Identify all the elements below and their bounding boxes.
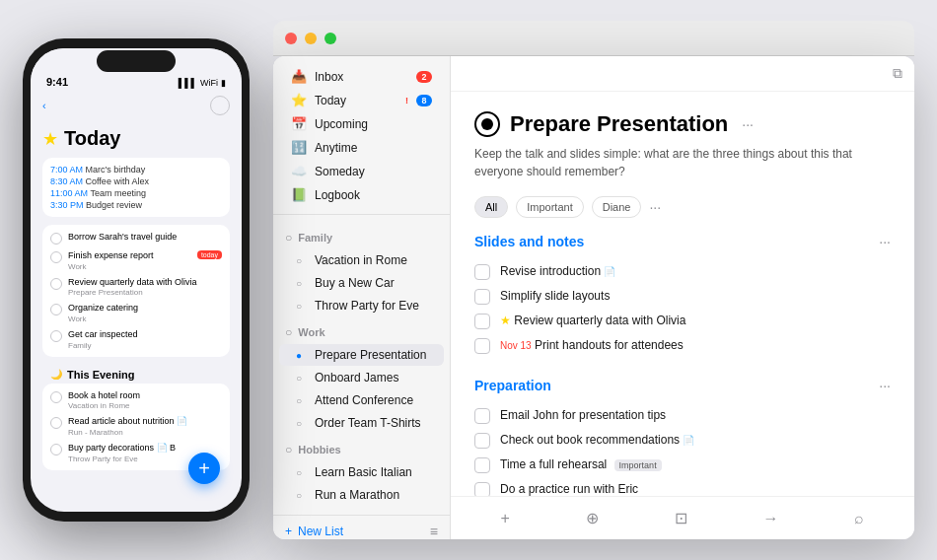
toolbar-checklist-button[interactable]: ⊕	[578, 505, 607, 531]
checklist-item[interactable]: Nov 13 Print handouts for attendees	[474, 333, 891, 358]
sidebar-item-label: Vacation in Rome	[315, 253, 432, 267]
car-icon: ○	[291, 278, 307, 289]
plus-icon: +	[285, 525, 292, 538]
checklist-item[interactable]: ★ Review quarterly data with Olivia	[474, 309, 891, 333]
task-checkbox[interactable]	[50, 278, 62, 290]
task-item[interactable]: Review quarterly data with Olivia Prepar…	[42, 274, 230, 301]
task-checkbox[interactable]	[50, 330, 62, 342]
checklist-item[interactable]: Revise introduction 📄	[474, 259, 891, 284]
sidebar-item-basic-italian[interactable]: ○ Learn Basic Italian	[279, 461, 444, 483]
today-task-section: Borrow Sarah's travel guide Finish expen…	[42, 225, 230, 357]
new-list-button[interactable]: + New List ≡	[285, 524, 438, 539]
sidebar-item-inbox[interactable]: 📥 Inbox 2	[279, 65, 444, 88]
task-item[interactable]: Get car inspected Family	[42, 326, 230, 353]
sidebar-item-buy-car[interactable]: ○ Buy a New Car	[279, 272, 444, 294]
phone-back-button[interactable]: ‹	[42, 100, 46, 111]
sidebar-item-prepare-presentation[interactable]: ● Prepare Presentation	[279, 344, 444, 366]
toolbar-arrow-button[interactable]: →	[756, 506, 787, 531]
important-tag: Important	[614, 459, 662, 471]
task-circle-icon[interactable]	[474, 111, 500, 137]
sidebar-footer: + New List ≡	[273, 515, 450, 539]
doc-icon: 📄	[604, 266, 615, 277]
minimize-button[interactable]	[305, 33, 317, 44]
evening-label: This Evening	[67, 369, 134, 381]
toolbar-add-button[interactable]: +	[492, 506, 517, 531]
task-checkbox[interactable]	[50, 391, 62, 403]
task-sub: Family	[68, 341, 138, 350]
task-text-block: Get car inspected Family	[68, 329, 138, 350]
detail-panel: ⧉ Prepare Presentation ··· Keep the talk…	[451, 56, 914, 539]
filter-icon[interactable]: ≡	[430, 524, 438, 539]
toolbar-search-button[interactable]: ⌕	[846, 506, 872, 531]
task-checkbox[interactable]	[50, 251, 62, 263]
checkbox[interactable]	[474, 289, 490, 305]
sidebar-item-onboard-james[interactable]: ○ Onboard James	[279, 367, 444, 388]
detail-more-button[interactable]: ···	[742, 116, 754, 132]
phone-screen: 9:41 ▌▌▌ WiFi ▮ ‹ ★ Today 7:0	[31, 48, 242, 512]
filter-important[interactable]: Important	[516, 196, 583, 218]
sidebar-item-label: Throw Party for Eve	[315, 299, 432, 313]
task-item[interactable]: Finish expense report Work today	[42, 247, 230, 274]
checkbox[interactable]	[474, 264, 490, 280]
checklist-item[interactable]: Check out book recommendations 📄	[474, 428, 891, 453]
app-window: 📥 Inbox 2 ⭐ Today ! 8 📅 Upcoming	[273, 56, 914, 539]
sidebar-item-someday[interactable]: ☁️ Someday	[279, 160, 444, 182]
close-button[interactable]	[285, 33, 297, 44]
cal-time: 7:00 AM	[50, 165, 86, 175]
checklist-item[interactable]: Email John for presentation tips	[474, 403, 891, 428]
task-item[interactable]: Book a hotel room Vacation in Rome	[42, 387, 230, 414]
cal-event-text: Coffee with Alex	[86, 176, 149, 186]
section-more-button[interactable]: ···	[879, 234, 891, 249]
task-item[interactable]: Read article about nutrition 📄 Run - Mar…	[42, 413, 230, 440]
task-item[interactable]: Organize catering Work	[42, 300, 230, 326]
task-checkbox[interactable]	[50, 233, 62, 245]
task-item[interactable]: Borrow Sarah's travel guide	[42, 229, 230, 247]
checklist-item[interactable]: Time a full rehearsal Important	[474, 453, 891, 477]
checkbox[interactable]	[474, 314, 490, 329]
task-checkbox[interactable]	[50, 444, 62, 455]
checklist-text: Time a full rehearsal Important	[500, 456, 891, 473]
tshirts-icon: ○	[291, 418, 307, 429]
checklist-section-header: Preparation ···	[474, 378, 891, 393]
checklist-item[interactable]: Simplify slide layouts	[474, 284, 891, 309]
task-name: Organize catering	[68, 303, 138, 315]
sidebar-item-today[interactable]: ⭐ Today ! 8	[279, 89, 444, 111]
checklist-item[interactable]: Do a practice run with Eric	[474, 477, 891, 496]
filter-all[interactable]: All	[474, 196, 508, 218]
checkbox[interactable]	[474, 338, 490, 354]
toolbar-calendar-button[interactable]: ⊡	[667, 505, 695, 531]
sidebar-item-label: Inbox	[315, 70, 408, 84]
sidebar: 📥 Inbox 2 ⭐ Today ! 8 📅 Upcoming	[273, 56, 451, 539]
fab-button[interactable]: +	[188, 453, 220, 484]
sidebar-item-vacation-rome[interactable]: ○ Vacation in Rome	[279, 249, 444, 271]
sidebar-item-logbook[interactable]: 📗 Logbook	[279, 183, 444, 206]
task-checkbox[interactable]	[50, 417, 62, 429]
section-more-button[interactable]: ···	[879, 378, 891, 393]
task-text-block: Organize catering Work	[68, 303, 138, 323]
checkbox[interactable]	[474, 433, 490, 449]
task-circle-inner	[481, 118, 493, 130]
today-badge: 8	[416, 95, 432, 106]
phone-check-button[interactable]	[210, 96, 230, 115]
sidebar-item-attend-conference[interactable]: ○ Attend Conference	[279, 389, 444, 411]
sidebar-section-label: Family	[298, 232, 332, 244]
work-section-icon: ○	[285, 325, 292, 339]
sidebar-item-order-tshirts[interactable]: ○ Order Team T-Shirts	[279, 412, 444, 434]
task-checkbox[interactable]	[50, 304, 62, 315]
sidebar-item-throw-party[interactable]: ○ Throw Party for Eve	[279, 295, 444, 316]
fullscreen-button[interactable]	[324, 33, 336, 44]
sidebar-item-anytime[interactable]: 🔢 Anytime	[279, 136, 444, 159]
task-text-block: Book a hotel room Vacation in Rome	[68, 390, 140, 411]
checkbox[interactable]	[474, 457, 490, 473]
cal-event-text: Marc's birthday	[86, 165, 146, 175]
sidebar-item-run-marathon[interactable]: ○ Run a Marathon	[279, 484, 444, 506]
checklist-text: Do a practice run with Eric	[500, 481, 891, 496]
filter-diane[interactable]: Diane	[592, 196, 642, 218]
phone-mockup: 9:41 ▌▌▌ WiFi ▮ ‹ ★ Today 7:0	[23, 38, 250, 522]
today-star-icon: ★	[42, 128, 58, 150]
checkbox[interactable]	[474, 482, 490, 496]
filter-more-button[interactable]: ···	[649, 199, 661, 215]
detail-window-icon[interactable]: ⧉	[893, 65, 902, 82]
sidebar-item-upcoming[interactable]: 📅 Upcoming	[279, 112, 444, 135]
checkbox[interactable]	[474, 408, 490, 424]
